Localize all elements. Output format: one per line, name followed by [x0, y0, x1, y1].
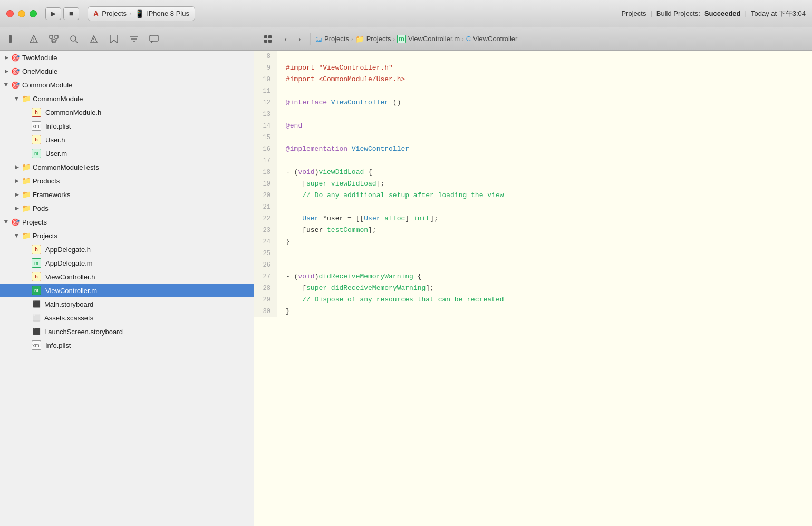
sidebar-item-onemodule[interactable]: ▶ 🎯 OneModule [0, 64, 254, 78]
sidebar-item-commonmodule-h[interactable]: ▶ h CommonModule.h [0, 105, 254, 119]
svg-rect-25 [268, 40, 272, 43]
sidebar-item-user-h[interactable]: ▶ h User.h [0, 133, 254, 147]
line-num-22: 22 [254, 213, 277, 225]
nav-arrows: ‹ › [279, 33, 306, 45]
line-num-23: 23 [254, 225, 277, 236]
warning-icon[interactable] [84, 31, 103, 47]
line-content-24: } [277, 236, 812, 248]
scheme-selector[interactable]: A Projects › 📱 iPhone 8 Plus [88, 6, 195, 21]
breadcrumb-symbol[interactable]: C ViewController [466, 35, 518, 43]
breadcrumb-file[interactable]: m ViewController.m [397, 35, 460, 43]
build-time: Today at 下午3:04 [751, 9, 806, 18]
sidebar-item-products[interactable]: ▶ 📁 Products [0, 174, 254, 188]
line-num-13: 13 [254, 109, 277, 120]
code-editor[interactable]: 8 9 #import "ViewController.h" 10 #impor… [254, 51, 812, 526]
sidebar-item-info-plist[interactable]: ▶ xml Info.plist [0, 119, 254, 133]
issue-icon[interactable]: ! [24, 31, 43, 47]
line-num-12: 12 [254, 97, 277, 109]
sidebar-item-frameworks[interactable]: ▶ 📁 Frameworks [0, 188, 254, 201]
svg-marker-21 [151, 41, 153, 43]
code-line-30: 30 } [254, 306, 812, 317]
breadcrumb-folder[interactable]: 📁 Projects [355, 35, 391, 43]
line-content-18: - (void)viewDidLoad { [277, 167, 812, 178]
fullscreen-button[interactable] [30, 10, 37, 17]
code-line-29: 29 // Dispose of any resources that can … [254, 294, 812, 306]
code-line-21: 21 [254, 201, 812, 213]
breadcrumb-projects-label: Projects [324, 35, 349, 43]
line-content-14: @end [277, 120, 812, 132]
back-arrow[interactable]: ‹ [279, 33, 292, 45]
sidebar-item-assets[interactable]: ▶ ⬜ Assets.xcassets [0, 311, 254, 325]
h-file-icon-vc: h [32, 272, 41, 281]
toolbar-left: ! [0, 27, 254, 50]
breadcrumb-symbol-label: ViewController [473, 35, 517, 43]
expand-projects[interactable]: ▶ [2, 218, 11, 226]
expand-twomodule[interactable]: ▶ [2, 53, 11, 62]
code-line-13: 13 [254, 109, 812, 120]
bookmark-icon[interactable] [104, 31, 123, 47]
expand-commonmodule[interactable]: ▶ [2, 81, 11, 89]
file-navigator: ▶ 🎯 TwoModule ▶ 🎯 OneModule ▶ 🎯 CommonMo… [0, 51, 254, 526]
m-file-icon-vc: m [32, 286, 41, 295]
sidebar-item-commonmoduletests[interactable]: ▶ 📁 CommonModuleTests [0, 160, 254, 174]
expand-products[interactable]: ▶ [13, 177, 21, 185]
user-h-label: User.h [45, 136, 65, 144]
run-button[interactable]: ▶ [45, 7, 61, 20]
sidebar-item-projects-root[interactable]: ▶ 🎯 Projects [0, 215, 254, 229]
sidebar-item-pods[interactable]: ▶ 📁 Pods [0, 201, 254, 215]
line-num-18: 18 [254, 167, 277, 178]
expand-frameworks[interactable]: ▶ [13, 190, 21, 199]
search-icon[interactable] [64, 31, 83, 47]
sidebar-item-info-plist2[interactable]: ▶ xml Info.plist [0, 338, 254, 352]
minimize-button[interactable] [18, 10, 25, 17]
code-line-26: 26 [254, 259, 812, 271]
commonmodule-icon: 🎯 [11, 80, 20, 90]
main-content: ▶ 🎯 TwoModule ▶ 🎯 OneModule ▶ 🎯 CommonMo… [0, 51, 812, 526]
line-num-30: 30 [254, 306, 277, 317]
svg-point-11 [71, 36, 76, 41]
code-line-8: 8 [254, 51, 812, 62]
expand-pods[interactable]: ▶ [13, 204, 21, 212]
info-plist2-label: Info.plist [45, 342, 71, 349]
sidebar-item-appdelegate-h[interactable]: ▶ h AppDelegate.h [0, 242, 254, 256]
expand-commonmodule-folder[interactable]: ▶ [13, 94, 21, 103]
breadcrumb-projects[interactable]: 🗂 Projects [315, 35, 349, 43]
projects-label: Projects [621, 9, 646, 17]
close-button[interactable] [6, 10, 14, 17]
sidebar-item-user-m[interactable]: ▶ m User.m [0, 147, 254, 160]
sidebar-item-main-storyboard[interactable]: ▶ ⬛ Main.storyboard [0, 297, 254, 311]
line-content-15 [277, 132, 812, 143]
line-num-25: 25 [254, 248, 277, 259]
expand-cmt[interactable]: ▶ [13, 163, 21, 171]
hierarchy-icon[interactable] [44, 31, 63, 47]
svg-rect-20 [150, 35, 158, 41]
module-icon-one: 🎯 [11, 66, 20, 76]
sidebar-item-appdelegate-m[interactable]: ▶ m AppDelegate.m [0, 256, 254, 270]
expand-onemodule[interactable]: ▶ [2, 67, 11, 75]
svg-rect-5 [55, 35, 58, 38]
sidebar-item-commonmodule[interactable]: ▶ 🎯 CommonModule [0, 78, 254, 92]
breadcrumb-folder-label: Projects [366, 35, 391, 43]
storyboard-icon-main: ⬛ [32, 299, 41, 309]
svg-rect-4 [50, 35, 53, 38]
sidebar-item-viewcontroller-h[interactable]: ▶ h ViewController.h [0, 270, 254, 284]
forward-arrow[interactable]: › [293, 33, 306, 45]
stop-button[interactable]: ■ [63, 7, 79, 20]
line-content-29: // Dispose of any resources that can be … [277, 294, 812, 306]
grid-view-icon[interactable] [258, 31, 277, 47]
sidebar-item-twomodule[interactable]: ▶ 🎯 TwoModule [0, 51, 254, 64]
navigator-icon[interactable] [4, 31, 23, 47]
expand-projects-folder[interactable]: ▶ [13, 231, 21, 240]
sidebar-item-viewcontroller-m[interactable]: ▶ m ViewController.m [0, 284, 254, 297]
module-icon: 🎯 [11, 53, 20, 62]
onemodule-label: OneModule [22, 67, 57, 75]
sidebar-item-launchscreen[interactable]: ▶ ⬛ LaunchScreen.storyboard [0, 325, 254, 338]
commonmodule-folder-label: CommonModule [33, 95, 83, 103]
launchscreen-label: LaunchScreen.storyboard [44, 328, 123, 336]
sidebar-item-commonmodule-folder[interactable]: ▶ 📁 CommonModule [0, 92, 254, 105]
plist-icon-2: xml [32, 340, 41, 350]
comment-icon[interactable] [144, 31, 163, 47]
filter-icon[interactable] [124, 31, 143, 47]
sidebar-item-projects-folder[interactable]: ▶ 📁 Projects [0, 229, 254, 242]
folder-icon-pods: 📁 [21, 203, 31, 213]
